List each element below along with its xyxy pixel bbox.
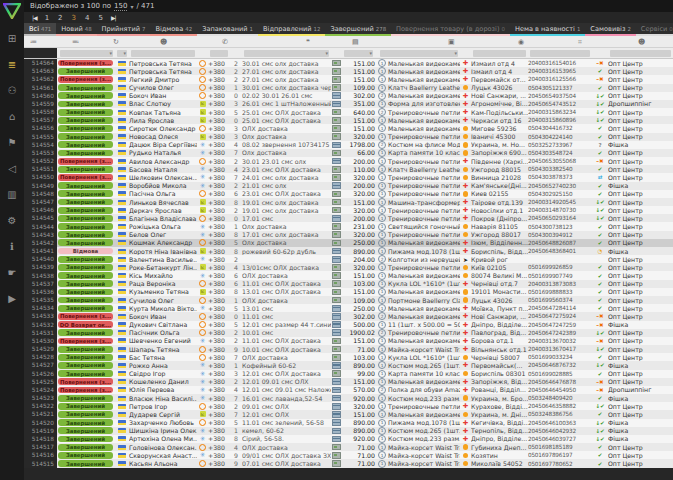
comment[interactable]: 07.01 смс ОЛХ доставка	[242, 459, 331, 467]
comment[interactable]: 21.01 смс олх	[242, 182, 331, 190]
clients-col-icon[interactable]: ☻	[160, 36, 167, 47]
client-name[interactable]: Шелковин Олексан...	[129, 173, 197, 181]
table-row[interactable]: 514540 Завершений Валентина Василье... ✳…	[24, 255, 673, 263]
status-cell[interactable]: Завершений	[57, 92, 115, 100]
status-cell[interactable]: Завершений	[57, 304, 115, 312]
delivery-city[interactable]: Таірове отд.139	[471, 198, 528, 206]
client-name[interactable]: Рожко Анна	[129, 361, 197, 369]
status-cell[interactable]: Завершений	[57, 271, 115, 279]
client-name[interactable]: Дацюк Віра Сергіївна	[129, 141, 197, 149]
phone-number[interactable]: +380	[208, 124, 230, 132]
status-cell[interactable]: Завершений	[57, 329, 115, 337]
delivery-city[interactable]: Київ 02105	[471, 263, 528, 271]
delivery-city[interactable]: Украина, м. Бро...	[471, 394, 528, 402]
comment[interactable]: 12.01 09.01 смс ОЛХ	[242, 378, 331, 386]
delivery-city[interactable]: Запоріжжя 690...	[471, 149, 528, 157]
comment[interactable]: рожевий 60-62р дубль	[242, 247, 331, 255]
phone-number[interactable]: +380	[208, 67, 230, 75]
page-2[interactable]: 2	[58, 14, 62, 22]
client-name[interactable]: Петровська Тетяна	[129, 67, 197, 75]
product-cell[interactable]: 2Полка для обуви Amazing Shoe ...	[378, 386, 460, 394]
name-filter[interactable]	[131, 50, 195, 57]
status-cell[interactable]: Завершений	[57, 141, 115, 149]
product-cell[interactable]: 1Тренировочные петли TRX Train...	[378, 133, 460, 141]
product-cell[interactable]: 1Маленькая видеокамера SQ8 *...	[378, 304, 460, 312]
table-row[interactable]: 514556 Завершений Сиротюк Олександр +380…	[24, 124, 673, 132]
product-cell[interactable]: 1Тренировочные петли TRX Train...	[378, 190, 460, 198]
tracking-number[interactable]: 20450650293164	[528, 214, 592, 222]
status-cell[interactable]: Завершений	[57, 124, 115, 132]
tracking-number[interactable]: 20450646476878	[528, 378, 592, 386]
product-cell[interactable]: 111 (1шт. x 500.00 = 500.00)~	[378, 321, 460, 329]
status-cell[interactable]: Завершений	[57, 451, 115, 459]
orders-icon[interactable]: ≣	[0, 51, 24, 77]
product-cell[interactable]: 1Тренировочные петли TRX Train...	[378, 231, 460, 239]
delivery-city[interactable]: Винница 21028	[471, 173, 528, 181]
delivery-city[interactable]: Первомайск от...	[471, 75, 528, 83]
client-name[interactable]: Рожіцька Ольга	[129, 222, 197, 230]
delivery-city[interactable]: Ізюм, Відділенн...	[471, 239, 528, 247]
status-cell[interactable]: Завершений	[57, 427, 115, 435]
client-name[interactable]: Сиротюк Олександр	[129, 124, 197, 132]
client-name[interactable]: Захарченко Любовь	[129, 419, 197, 427]
delivery-city[interactable]: Черкаси отд 16	[471, 116, 528, 124]
status-cell[interactable]: Завершений	[57, 361, 115, 369]
table-row[interactable]: 514543 Завершений Белов Олег ✳ +380 8 17…	[24, 231, 673, 239]
clients-icon[interactable]: ⚇	[0, 77, 24, 103]
comment[interactable]: 09/01 смс ОЛХ доставка ЗХЛ	[242, 451, 331, 459]
last-page-button[interactable]: ▶|	[111, 14, 116, 21]
status-cell[interactable]: Завершений	[57, 84, 115, 92]
phone-number[interactable]: +380	[208, 173, 230, 181]
status-cell[interactable]: Завершений	[57, 345, 115, 353]
delivery-city[interactable]: Украина, м. Дні...	[471, 410, 528, 418]
comment[interactable]: Олх доставка	[242, 133, 331, 141]
client-name[interactable]: Валентина Василье...	[129, 255, 197, 263]
product-cell[interactable]: 1Маленькая видеокамера SQ8 *...	[378, 239, 460, 247]
tracking-number[interactable]: 20450646358882	[528, 402, 592, 410]
client-name[interactable]: Новосад Олеся	[129, 133, 197, 141]
tab-0[interactable]: Всі471	[24, 23, 56, 36]
location-pin-icon[interactable]: ◉	[518, 36, 524, 47]
tracking-number[interactable]: 0504303382540	[528, 165, 592, 173]
delivery-city[interactable]: Нові Санжари, ...	[471, 92, 528, 100]
tracking-number[interactable]: 20450653055068	[528, 157, 592, 165]
status-cell[interactable]: Завершений	[57, 370, 115, 378]
tracking-number[interactable]: 0501699926859	[528, 263, 592, 271]
phone-number[interactable]: +380	[208, 222, 230, 230]
tracking-number[interactable]: 20400315863234	[528, 108, 592, 116]
delivery-city[interactable]: Південне (Харкі...	[471, 157, 528, 165]
product-cell[interactable]: 2Маленькая видеокамера SQ8 *...	[378, 312, 460, 320]
product-filter[interactable]: ▾	[380, 50, 458, 57]
table-row[interactable]: 514548 Завершений Пасічна Ольга +380 6 2…	[24, 190, 673, 198]
product-cell[interactable]: 1Майка-корсет Waist Trainer *142...	[378, 459, 460, 467]
tracking-number[interactable]: 20450647247259	[528, 321, 592, 329]
table-row[interactable]: 514547 Завершений Линьков Вячеслав lc +3…	[24, 198, 673, 206]
product-cell[interactable]: 1Майка-корсет Waist Trainer *142...	[378, 443, 460, 451]
money-icon[interactable]: ▤	[352, 36, 359, 47]
delivery-city[interactable]: Первомайськ(...	[471, 361, 528, 369]
tab-6[interactable]: Завершений278	[325, 23, 391, 36]
phone-number[interactable]: +380	[208, 141, 230, 149]
comment-icon[interactable]: ❝	[306, 36, 310, 47]
tracking-number[interactable]: 0503252733967	[528, 141, 592, 149]
phone-number[interactable]: +380	[208, 443, 230, 451]
comment[interactable]: 08.02 звернення 10734175 фі...	[242, 141, 331, 149]
product-cell[interactable]: 1Маленькая видеокамера SQ8 *...	[378, 59, 460, 67]
phone-number[interactable]: +380	[208, 345, 230, 353]
delivery-city[interactable]: Нові Санжари, ...	[471, 312, 528, 320]
table-row[interactable]: 514533 Повернення (з... Бокоч Иван +380 …	[24, 312, 673, 320]
phone-number[interactable]: +380	[208, 312, 230, 320]
phone-number[interactable]: +380	[208, 198, 230, 206]
client-name[interactable]: Шевченко Евгений	[129, 337, 197, 345]
client-name[interactable]: Шапарь Тетяна	[129, 345, 197, 353]
client-name[interactable]: Белов Олег	[129, 231, 197, 239]
phone-number[interactable]: +380	[208, 280, 230, 288]
product-cell[interactable]: 2Колготки из нервущейся ткани...	[378, 255, 460, 263]
delivery-city[interactable]: Ізмаил отд 4	[471, 67, 528, 75]
product-cell[interactable]: 1Маленькая видеокамера SQ8 *...	[378, 288, 460, 296]
client-name[interactable]: Касьян Альона	[129, 459, 197, 467]
tracking-number[interactable]: 0503248409420	[528, 394, 592, 402]
tracking-number[interactable]: 0504304224140	[528, 133, 592, 141]
product-cell[interactable]: 1Тренировочные петли TRX Train...	[378, 206, 460, 214]
tracking-number[interactable]: 20450646454950	[528, 386, 592, 394]
